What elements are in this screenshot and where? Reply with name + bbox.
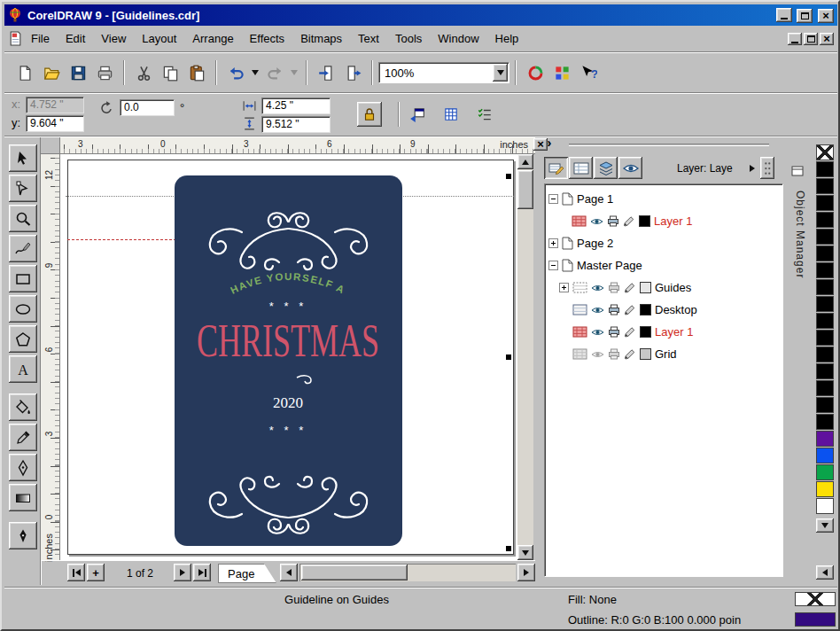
docker-window-icon[interactable]: [791, 166, 804, 176]
printable-icon[interactable]: [607, 215, 619, 227]
polygon-tool[interactable]: [9, 325, 37, 353]
scroll-down-button[interactable]: [517, 545, 533, 560]
undo-button[interactable]: [222, 59, 249, 86]
palette-swatch[interactable]: [816, 279, 834, 295]
open-button[interactable]: [38, 59, 65, 86]
corel-community-button[interactable]: [548, 59, 575, 86]
docker-grip-button[interactable]: [760, 157, 774, 179]
palette-swatch[interactable]: [816, 397, 834, 413]
collapse-icon[interactable]: [548, 261, 558, 270]
redo-dropdown[interactable]: [288, 59, 300, 86]
palette-swatch[interactable]: [816, 161, 834, 177]
pick-tool[interactable]: [9, 144, 37, 172]
palette-swatch[interactable]: [816, 195, 834, 211]
import-button[interactable]: [313, 59, 339, 86]
tree-row-page2[interactable]: Page 2: [545, 232, 782, 254]
drawing-canvas[interactable]: HAVE YOURSELF A * * * CHRISTMAS 2020 * *…: [60, 154, 517, 560]
tree-row-guides[interactable]: Guides: [545, 277, 782, 299]
menu-tools[interactable]: Tools: [387, 28, 430, 49]
docker-close-button[interactable]: ×: [533, 138, 548, 151]
palette-swatch[interactable]: [816, 330, 834, 346]
visibility-eye-icon[interactable]: [591, 284, 604, 292]
printable-icon[interactable]: [608, 304, 620, 316]
editable-pencil-icon[interactable]: [624, 326, 636, 338]
options-checklist-button[interactable]: [472, 102, 497, 127]
redo-button[interactable]: [261, 59, 288, 86]
printable-icon-disabled[interactable]: [608, 348, 620, 360]
menu-view[interactable]: View: [93, 28, 134, 49]
menu-window[interactable]: Window: [430, 28, 486, 49]
x-position-field[interactable]: 4.752 ": [26, 97, 84, 113]
visibility-eye-icon-disabled[interactable]: [591, 350, 604, 359]
export-button[interactable]: [339, 59, 366, 86]
restore-button[interactable]: [797, 9, 813, 23]
vertical-scrollbar[interactable]: [517, 154, 533, 560]
whats-this-button[interactable]: ?: [575, 59, 602, 86]
layer-color-swatch[interactable]: [640, 282, 651, 293]
palette-swatch[interactable]: [816, 212, 834, 228]
tree-row-master-page[interactable]: Master Page: [545, 254, 782, 277]
shape-tool[interactable]: [9, 175, 37, 202]
horizontal-scroll-thumb[interactable]: [301, 565, 408, 580]
menu-edit[interactable]: Edit: [58, 28, 93, 49]
palette-swatch[interactable]: [816, 347, 834, 362]
zoom-dropdown-button[interactable]: [493, 64, 508, 82]
christmas-card-object[interactable]: HAVE YOURSELF A * * * CHRISTMAS 2020 * *…: [175, 175, 402, 546]
menu-help[interactable]: Help: [487, 28, 527, 49]
visibility-eye-icon[interactable]: [591, 328, 604, 337]
palette-scroll-down-button[interactable]: [816, 518, 834, 533]
expand-icon[interactable]: [559, 283, 569, 292]
tree-row-grid[interactable]: Grid: [545, 343, 782, 365]
palette-swatch[interactable]: [816, 431, 834, 447]
visibility-eye-icon[interactable]: [590, 217, 603, 226]
visibility-eye-icon[interactable]: [591, 306, 604, 315]
rectangle-tool[interactable]: [9, 265, 37, 292]
menu-file[interactable]: File: [23, 28, 58, 49]
fill-tool[interactable]: [9, 393, 37, 421]
doc-minimize-button[interactable]: [788, 33, 802, 45]
palette-swatch[interactable]: [816, 448, 834, 464]
ellipse-tool[interactable]: [9, 295, 37, 323]
object-data-tab[interactable]: [569, 157, 593, 179]
eyedropper-tool[interactable]: [9, 424, 37, 451]
layer-color-swatch[interactable]: [640, 348, 651, 360]
doc-restore-button[interactable]: [804, 33, 818, 45]
scroll-up-button[interactable]: [517, 154, 533, 169]
object-manager-tab[interactable]: [544, 157, 568, 179]
page-tab[interactable]: Page: [218, 564, 276, 583]
menu-bitmaps[interactable]: Bitmaps: [292, 28, 350, 49]
vertical-ruler[interactable]: 12 9 6 3 0 inches: [41, 154, 60, 560]
snap-to-grid-button[interactable]: [439, 102, 463, 127]
expand-icon[interactable]: [548, 238, 558, 248]
layer-selector-label[interactable]: Layer: Laye: [677, 162, 733, 175]
bezier-pen-tool[interactable]: [9, 522, 37, 549]
docker-drag-handle[interactable]: [569, 144, 769, 146]
palette-swatch-none[interactable]: [816, 144, 834, 160]
selection-handle[interactable]: [506, 174, 511, 179]
menu-text[interactable]: Text: [350, 28, 387, 49]
print-button[interactable]: [91, 59, 118, 86]
palette-swatch[interactable]: [816, 414, 834, 430]
interactive-fill-tool[interactable]: [9, 484, 37, 511]
add-page-button[interactable]: +: [87, 564, 105, 581]
palette-swatch[interactable]: [816, 464, 834, 480]
guideline-selected[interactable]: [67, 239, 181, 240]
palette-swatch[interactable]: [816, 498, 834, 514]
rotation-field[interactable]: 0.0: [120, 99, 175, 116]
palette-swatch[interactable]: [816, 296, 834, 312]
outline-tool[interactable]: [9, 454, 37, 481]
editable-pencil-icon[interactable]: [624, 348, 636, 360]
layer-color-swatch[interactable]: [639, 215, 650, 227]
cut-button[interactable]: [130, 59, 157, 86]
editable-pencil-icon[interactable]: [624, 304, 636, 316]
horizontal-ruler[interactable]: 3 0 3 6 9 inches: [60, 137, 535, 154]
palette-swatch[interactable]: [816, 245, 834, 261]
layer-color-swatch[interactable]: [640, 326, 651, 338]
layers-tab[interactable]: [594, 157, 618, 179]
h-scroll-left-button[interactable]: [280, 564, 298, 581]
last-page-button[interactable]: [193, 564, 211, 581]
printable-icon[interactable]: [608, 326, 620, 338]
object-width-field[interactable]: 4.25 ": [261, 97, 331, 114]
lock-guideline-button[interactable]: [357, 102, 382, 127]
selection-handle[interactable]: [506, 354, 511, 360]
